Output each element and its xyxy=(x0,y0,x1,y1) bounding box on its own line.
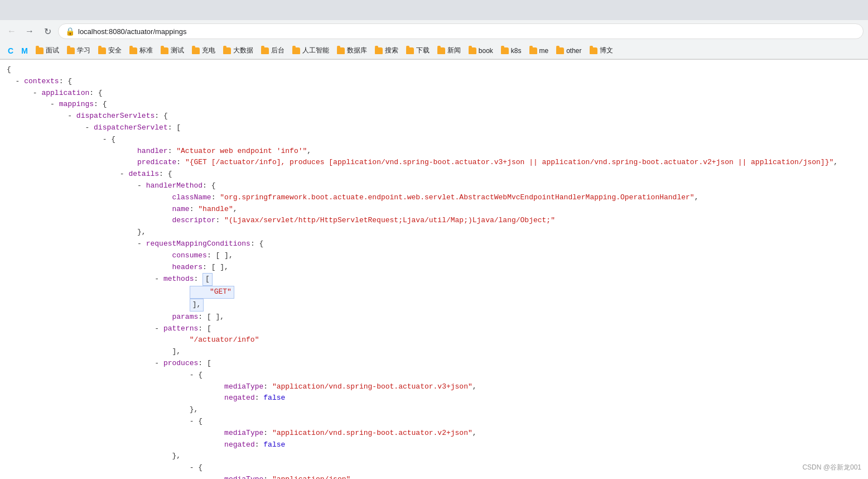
folder-icon xyxy=(437,47,445,54)
bookmark-label: 面试 xyxy=(46,46,59,55)
bookmark-csdn-2[interactable]: M xyxy=(18,45,31,56)
bookmark-label: other xyxy=(566,47,581,55)
bookmark-item-ceshi[interactable]: 测试 xyxy=(157,45,187,56)
collapse-produces-1[interactable]: - xyxy=(190,371,194,379)
bookmark-label: 新闻 xyxy=(447,46,461,55)
bookmark-label: 学习 xyxy=(77,46,90,55)
bookmark-item-sousuo[interactable]: 搜索 xyxy=(372,45,402,56)
collapse-patterns[interactable]: - xyxy=(155,324,159,333)
watermark: CSDN @谷新龙001 xyxy=(802,463,861,472)
bookmark-item-biaozhun[interactable]: 标准 xyxy=(126,45,156,56)
folder-icon xyxy=(469,47,476,54)
folder-icon xyxy=(375,47,383,54)
bookmark-item-k8s[interactable]: k8s xyxy=(498,46,525,56)
collapse-dispatcherServlet[interactable]: - xyxy=(85,123,89,132)
collapse-mappings[interactable]: - xyxy=(50,100,55,108)
page-content: { - contexts: { - application: { - mappi… xyxy=(0,60,868,479)
json-line-21: ], xyxy=(7,299,861,312)
bookmark-item-anquan[interactable]: 安全 xyxy=(95,45,125,56)
bookmark-item-ai[interactable]: 人工智能 xyxy=(289,45,332,56)
json-line-5: - dispatcherServlets: { xyxy=(7,111,861,122)
folder-icon xyxy=(98,47,106,54)
bookmark-label: 大数据 xyxy=(233,46,253,55)
bookmark-item-xuexi[interactable]: 学习 xyxy=(64,45,94,56)
folder-icon xyxy=(161,47,168,54)
json-line-1: { xyxy=(7,64,861,76)
bookmark-csdn-1[interactable]: C xyxy=(4,45,17,56)
json-line-13: name: "handle", xyxy=(7,204,861,215)
json-line-11: - handlerMethod: { xyxy=(7,180,861,192)
bookmark-item-shujuku[interactable]: 数据库 xyxy=(334,45,370,56)
bookmark-label: 人工智能 xyxy=(302,46,329,55)
address-bar[interactable]: 🔒 localhost:8080/actuator/mappings xyxy=(58,23,864,39)
bookmark-label: k8s xyxy=(511,47,522,55)
bookmark-label: book xyxy=(479,47,493,55)
json-line-31: - { xyxy=(7,416,861,428)
json-line-35: - { xyxy=(7,462,861,474)
bookmark-label: 搜索 xyxy=(385,46,398,55)
bookmark-item-bowen[interactable]: 博文 xyxy=(586,45,616,56)
forward-button[interactable]: → xyxy=(22,24,37,39)
json-line-4: - mappings: { xyxy=(7,99,861,111)
collapse-dispatcherServlets[interactable]: - xyxy=(67,112,72,120)
bookmark-label: 后台 xyxy=(271,46,284,55)
json-line-12: className: "org.springframework.boot.act… xyxy=(7,192,861,204)
json-line-17: consumes: [ ], xyxy=(7,250,861,262)
folder-icon xyxy=(501,47,509,54)
folder-icon xyxy=(261,47,269,54)
json-line-6: - dispatcherServlet: [ xyxy=(7,122,861,134)
csdn-icon-1: C xyxy=(8,46,13,55)
collapse-details[interactable]: - xyxy=(120,170,124,178)
bookmark-label: 数据库 xyxy=(347,46,367,55)
collapse-handlerMethod[interactable]: - xyxy=(137,181,142,190)
folder-icon xyxy=(529,47,537,54)
bookmark-item-xiazai[interactable]: 下载 xyxy=(403,45,433,56)
bookmark-item-mianshi[interactable]: 面试 xyxy=(32,45,62,56)
folder-icon xyxy=(67,47,75,54)
json-line-22: params: [ ], xyxy=(7,312,861,323)
folder-icon xyxy=(590,47,597,54)
json-line-19: - methods: [ xyxy=(7,273,861,286)
json-line-14: descriptor: "(Ljavax/servlet/http/HttpSe… xyxy=(7,215,861,227)
json-line-3: - application: { xyxy=(7,88,861,99)
bookmark-label: 标准 xyxy=(139,46,153,55)
folder-icon xyxy=(292,47,300,54)
bookmark-item-book[interactable]: book xyxy=(465,46,496,56)
bookmark-item-houtai[interactable]: 后台 xyxy=(258,45,288,56)
folder-icon xyxy=(129,47,137,54)
json-line-27: - { xyxy=(7,370,861,381)
collapse-application[interactable]: - xyxy=(33,89,37,97)
json-line-8: handler: "Actuator web endpoint 'info'", xyxy=(7,146,861,157)
browser-chrome: ← → ↻ 🔒 localhost:8080/actuator/mappings… xyxy=(0,0,868,60)
url-text: localhost:8080/actuator/mappings xyxy=(78,27,186,36)
json-line-34: }, xyxy=(7,451,861,462)
collapse-item1[interactable]: - xyxy=(103,135,107,143)
bookmark-label: 博文 xyxy=(600,46,613,55)
collapse-produces-2[interactable]: - xyxy=(190,417,194,425)
json-line-28: mediaType: "application/vnd.spring-boot.… xyxy=(7,381,861,393)
bookmark-item-xinwen[interactable]: 新闻 xyxy=(434,45,464,56)
bookmark-item-chongdian[interactable]: 充电 xyxy=(189,45,219,56)
json-line-15: }, xyxy=(7,227,861,238)
json-line-26: - produces: [ xyxy=(7,358,861,370)
collapse-requestMappingConditions[interactable]: - xyxy=(137,240,142,248)
bookmark-item-me[interactable]: me xyxy=(526,46,552,56)
json-line-32: mediaType: "application/vnd.spring-boot.… xyxy=(7,428,861,439)
bookmark-item-dashuju[interactable]: 大数据 xyxy=(220,45,257,56)
json-line-33: negated: false xyxy=(7,439,861,451)
bookmark-label: 充电 xyxy=(202,46,215,55)
json-line-24: "/actuator/info" xyxy=(7,334,861,346)
bookmark-item-other[interactable]: other xyxy=(553,46,585,56)
json-line-25: ], xyxy=(7,346,861,358)
back-button[interactable]: ← xyxy=(4,24,19,39)
json-line-18: headers: [ ], xyxy=(7,262,861,274)
collapse-methods[interactable]: - xyxy=(155,275,159,283)
json-line-10: - details: { xyxy=(7,169,861,180)
reload-button[interactable]: ↻ xyxy=(40,24,55,39)
collapse-contexts[interactable]: - xyxy=(16,77,20,85)
json-line-23: - patterns: [ xyxy=(7,323,861,335)
nav-bar: ← → ↻ 🔒 localhost:8080/actuator/mappings xyxy=(0,20,868,42)
folder-icon xyxy=(337,47,345,54)
collapse-produces-3[interactable]: - xyxy=(190,463,194,472)
collapse-produces[interactable]: - xyxy=(155,359,159,367)
